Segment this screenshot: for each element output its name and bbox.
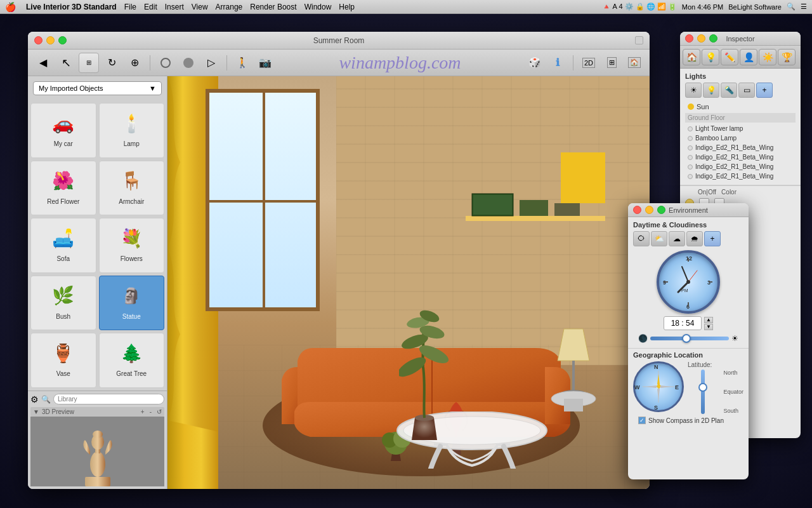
tool-info[interactable]: ℹ (547, 53, 568, 73)
menu-window[interactable]: Window (304, 3, 332, 11)
back-button[interactable]: ◀ (33, 53, 53, 73)
menu-file[interactable]: File (124, 3, 136, 11)
light-sun-icon[interactable]: ☀ (685, 83, 702, 98)
slider-thumb[interactable] (682, 334, 691, 343)
window-collapse[interactable] (635, 36, 643, 44)
insp-award-button[interactable]: 🏆 (778, 49, 796, 65)
light-add-icon[interactable]: + (756, 83, 773, 98)
gear-icon[interactable]: ⚙ (30, 394, 39, 404)
menu-render[interactable]: Render Boost (250, 3, 296, 11)
tool-person[interactable]: 🚶 (232, 53, 252, 73)
object-thumb-lamp (111, 106, 152, 140)
light-item-3[interactable]: Indigo_Ed2_R1_Beta_Wing (685, 143, 796, 152)
zoom-out-button[interactable]: - (150, 408, 152, 415)
preview-title-bar[interactable]: ▼ 3D Preview + - ↺ (30, 407, 164, 417)
inspector-toolbar: 🏠 💡 ✏️ 👤 ☀️ 🏆 (680, 46, 801, 69)
daytime-label: Daytime & Cloudiness (633, 221, 743, 229)
daytime-partly-icon[interactable]: ⛅ (651, 231, 667, 246)
show-compass-checkbox[interactable]: ✓ (638, 417, 646, 424)
object-armchair[interactable]: Armchair (99, 161, 165, 216)
object-sofa[interactable]: Sofa (30, 218, 96, 273)
view-3d[interactable]: 🏠 (624, 53, 645, 73)
tool-arrow[interactable]: ▷ (201, 53, 221, 73)
insp-bulb-button[interactable]: 💡 (702, 49, 719, 65)
light-item-5[interactable]: Indigo_Ed2_R1_Beta_Wing (685, 162, 796, 171)
company-name: BeLight Software (728, 3, 782, 11)
time-field[interactable] (664, 316, 702, 330)
object-vase[interactable]: Vase (30, 333, 96, 388)
statue-icon (122, 287, 141, 305)
object-bush[interactable]: Bush (30, 276, 96, 331)
inspector-minimize-button[interactable] (697, 34, 705, 43)
reset-view-button[interactable]: ↺ (157, 408, 162, 415)
insp-sun-button[interactable]: ☀️ (759, 49, 776, 65)
maximize-button[interactable] (58, 36, 67, 44)
insp-edit-button[interactable]: ✏️ (721, 49, 738, 65)
env-close-button[interactable] (633, 206, 641, 214)
daytime-overcast-icon[interactable]: 🌧 (686, 231, 703, 246)
column-headers: On|Off Color (685, 189, 796, 196)
show-compass-label: Show Compass in 2D Plan (648, 417, 724, 424)
slider-track[interactable] (650, 337, 729, 340)
close-button[interactable] (34, 36, 43, 44)
car-icon (52, 113, 74, 134)
object-statue[interactable]: Statue (99, 276, 165, 331)
north-label: North (723, 370, 743, 376)
menu-help[interactable]: Help (339, 3, 355, 11)
env-minimize-button[interactable] (645, 206, 653, 214)
daytime-settings-icon[interactable]: + (704, 231, 721, 246)
imported-objects-dropdown[interactable]: My Imported Objects ▼ (33, 81, 162, 95)
tool-align[interactable]: ⊕ (124, 53, 145, 73)
time-increment-button[interactable]: ▲ (704, 317, 713, 323)
tool-cube[interactable]: 🎲 (525, 53, 545, 73)
library-search-input[interactable] (53, 394, 164, 404)
inspector-close-button[interactable] (685, 34, 693, 43)
dropdown-label: My Imported Objects (39, 84, 103, 92)
object-my-car[interactable]: My car (30, 103, 96, 158)
menu-icon[interactable]: ☰ (801, 3, 807, 11)
inspector-maximize-button[interactable] (709, 34, 717, 43)
tool-fill[interactable] (178, 53, 199, 73)
apple-menu[interactable]: 🍎 (5, 2, 16, 12)
time-decrement-button[interactable]: ▼ (704, 324, 713, 330)
object-lamp[interactable]: Lamp (99, 103, 165, 158)
light-item-6[interactable]: Indigo_Ed2_R1_Beta_Wing (685, 171, 796, 181)
view-2d[interactable]: 2D (579, 53, 599, 73)
tool-select[interactable]: ↖ (56, 53, 76, 73)
light-item-4[interactable]: Indigo_Ed2_R1_Beta_Wing (685, 152, 796, 162)
window-titlebar: Summer Room (28, 32, 650, 50)
menu-view[interactable]: View (192, 3, 208, 11)
search-icon[interactable]: 🔍 (787, 3, 796, 11)
menu-edit[interactable]: Edit (144, 3, 157, 11)
search-bar: ⚙ 🔍 (30, 394, 164, 404)
light-area-icon[interactable]: ▭ (738, 83, 755, 98)
side-lamp (548, 323, 599, 413)
tool-rotate[interactable]: ↻ (102, 53, 122, 73)
light-name-4: Indigo_Ed2_R1_Beta_Wing (695, 154, 773, 161)
light-item-1[interactable]: Light Tower lamp (685, 124, 796, 133)
object-thumb-armchair (111, 164, 152, 198)
tool-camera[interactable]: 📷 (255, 53, 275, 73)
env-maximize-button[interactable] (657, 206, 665, 214)
object-red-flower[interactable]: Red Flower (30, 161, 96, 216)
daytime-cloudy-icon[interactable]: ☁ (669, 231, 685, 246)
zoom-in-button[interactable]: + (141, 408, 145, 415)
tool-2d[interactable]: ⊞ (79, 53, 99, 73)
insp-home-button[interactable]: 🏠 (683, 49, 700, 65)
insp-person-button[interactable]: 👤 (740, 49, 757, 65)
light-lamp-icon[interactable]: 💡 (703, 83, 719, 98)
view-split[interactable]: ⊞ (601, 53, 622, 73)
menu-insert[interactable]: Insert (165, 3, 184, 11)
menu-arrange[interactable]: Arrange (216, 3, 243, 11)
latitude-thumb[interactable] (698, 383, 707, 392)
app-name: Live Interior 3D Standard (26, 3, 117, 11)
tool-circle[interactable] (155, 53, 176, 73)
object-flowers[interactable]: Flowers (99, 218, 165, 273)
light-item-2[interactable]: Bamboo Lamp (685, 133, 796, 143)
minimize-button[interactable] (46, 36, 55, 44)
latitude-slider[interactable] (701, 370, 705, 414)
object-great-tree[interactable]: Great Tree (99, 333, 165, 388)
light-spot-icon[interactable]: 🔦 (721, 83, 737, 98)
object-thumb-my-car (43, 106, 84, 140)
daytime-day-icon[interactable]: 🌣 (633, 231, 650, 246)
